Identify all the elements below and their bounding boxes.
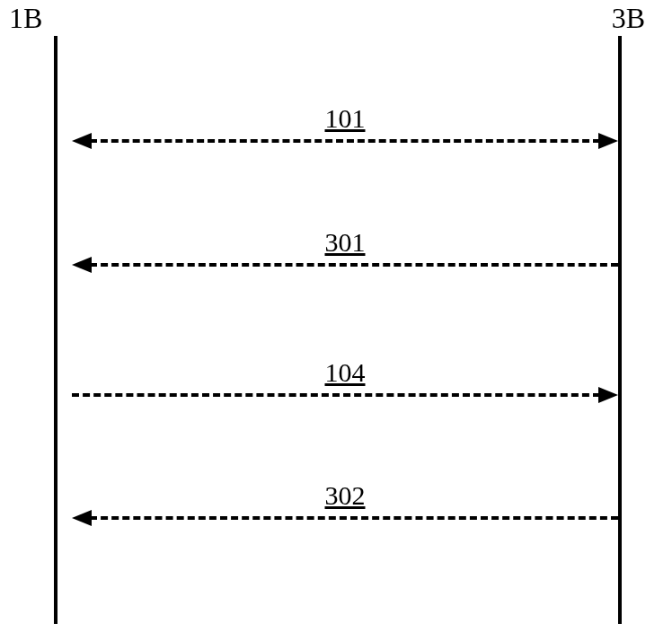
lifeline-left (54, 36, 57, 624)
message-line (90, 516, 618, 520)
participant-left-label: 1B (9, 2, 42, 35)
arrowhead-right-icon (598, 387, 618, 403)
message-line (90, 263, 618, 267)
participant-right-label: 3B (612, 2, 645, 35)
message-label: 302 (72, 480, 618, 511)
message-line (90, 139, 600, 143)
message-arrow: 302 (72, 516, 618, 552)
message-arrow: 101 (72, 139, 618, 175)
sequence-diagram: 1B 3B 101 301 104 302 (0, 0, 672, 632)
message-label: 301 (72, 227, 618, 258)
message-label: 104 (72, 357, 618, 388)
arrowhead-left-icon (72, 133, 92, 149)
arrowhead-left-icon (72, 510, 92, 526)
message-arrow: 104 (72, 393, 618, 429)
lifeline-right (618, 36, 622, 624)
message-line (72, 393, 600, 397)
arrowhead-right-icon (598, 133, 618, 149)
message-label: 101 (72, 103, 618, 134)
arrowhead-left-icon (72, 257, 92, 273)
message-arrow: 301 (72, 263, 618, 299)
